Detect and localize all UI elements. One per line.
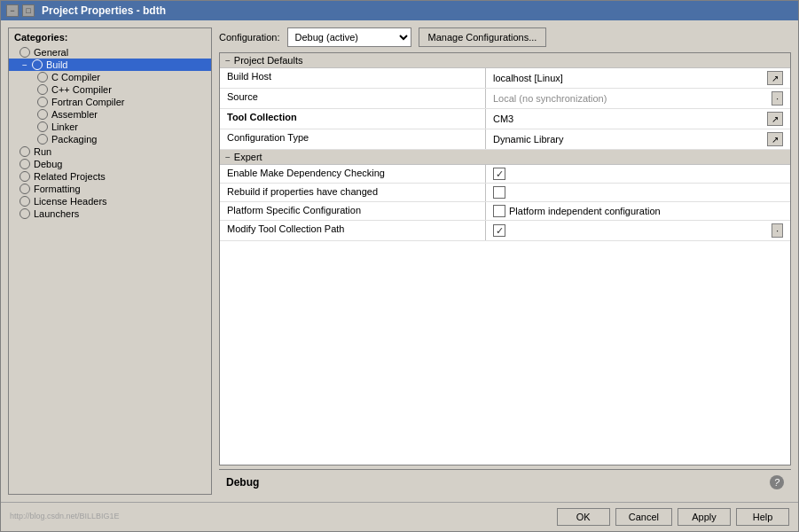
- maximize-icon[interactable]: □: [22, 4, 35, 17]
- prop-name-modify-tool: Modify Tool Collection Path: [220, 221, 486, 240]
- sidebar-item-fortran-compiler[interactable]: Fortran Compiler: [9, 96, 211, 108]
- cancel-button[interactable]: Cancel: [615, 508, 672, 526]
- sidebar-item-label: C++ Compiler: [51, 84, 112, 95]
- config-select[interactable]: Debug (active) Release: [287, 27, 411, 47]
- sidebar-item-label: Debug: [34, 159, 62, 169]
- sidebar-item-cpp-compiler[interactable]: C++ Compiler: [9, 83, 211, 96]
- sidebar-item-label: Formatting: [34, 184, 81, 194]
- sidebar-item-linker[interactable]: Linker: [9, 121, 211, 133]
- prop-name-rebuild: Rebuild if properties have changed: [220, 184, 486, 201]
- window-title: Project Properties - bdth: [42, 4, 793, 17]
- main-window: − □ Project Properties - bdth Categories…: [0, 0, 799, 532]
- bullet-launchers: [20, 208, 30, 219]
- table-row: Build Host localhost [Linux] ↗: [220, 68, 790, 89]
- sidebar-item-label: Linker: [51, 121, 78, 132]
- bullet-build: [32, 59, 43, 70]
- bullet-c-compiler: [37, 72, 48, 82]
- bullet-linker: [37, 121, 48, 132]
- sidebar-item-build[interactable]: − Build: [9, 59, 211, 71]
- sidebar-item-general[interactable]: General: [9, 46, 211, 59]
- edit-build-host-button[interactable]: ↗: [767, 71, 783, 85]
- bullet-license-headers: [20, 196, 30, 207]
- bullet-fortran-compiler: [37, 97, 48, 107]
- sidebar-item-assembler[interactable]: Assembler: [9, 108, 211, 121]
- prop-value-source: Local (no synchronization) ·: [486, 89, 790, 108]
- table-row: Configuration Type Dynamic Library ↗: [220, 129, 790, 150]
- sidebar-item-related-projects[interactable]: Related Projects: [9, 170, 211, 183]
- sidebar-item-label: Launchers: [34, 208, 79, 219]
- sidebar-item-label: Assembler: [51, 109, 98, 120]
- help-button[interactable]: Help: [736, 508, 789, 526]
- sidebar-item-debug[interactable]: Debug: [9, 158, 211, 170]
- edit-tool-collection-button[interactable]: ↗: [767, 112, 783, 126]
- prop-name-platform-specific: Platform Specific Configuration: [220, 202, 486, 220]
- watermark-text: http://blog.csdn.net/BILLBIG1E: [10, 512, 120, 522]
- edit-modify-tool-button[interactable]: ·: [772, 223, 783, 238]
- properties-panel: − Project Defaults Build Host localhost …: [219, 52, 791, 466]
- prop-name-tool-collection: Tool Collection: [220, 109, 486, 129]
- edit-source-button[interactable]: ·: [772, 91, 783, 106]
- title-bar: − □ Project Properties - bdth: [1, 1, 798, 20]
- prop-value-config-type: Dynamic Library ↗: [486, 129, 790, 149]
- table-row: Tool Collection CM3 ↗: [220, 109, 790, 129]
- prop-value-make-dep: [486, 165, 790, 183]
- expert-section-header: − Expert: [220, 150, 790, 165]
- sidebar-item-run[interactable]: Run: [9, 145, 211, 158]
- sidebar-item-launchers[interactable]: Launchers: [9, 207, 211, 220]
- prop-name-source: Source: [220, 89, 486, 108]
- sidebar-item-label: License Headers: [34, 196, 107, 207]
- checkbox-rebuild[interactable]: [493, 186, 505, 199]
- config-label: Configuration:: [219, 32, 280, 43]
- checkbox-make-dep[interactable]: [493, 168, 505, 180]
- table-row: Modify Tool Collection Path ·: [220, 221, 790, 241]
- prop-name-build-host: Build Host: [220, 68, 486, 88]
- sidebar-item-packaging[interactable]: Packaging: [9, 133, 211, 145]
- bullet-related-projects: [20, 171, 30, 182]
- sidebar-item-label: Fortran Compiler: [51, 97, 125, 107]
- sidebar: Categories: General − Build C Compiler: [8, 27, 212, 495]
- footer-bar: http://blog.csdn.net/BILLBIG1E OK Cancel…: [1, 502, 798, 531]
- table-row: Rebuild if properties have changed: [220, 184, 790, 202]
- prop-value-modify-tool: ·: [486, 221, 790, 240]
- bullet-packaging: [37, 134, 48, 145]
- project-defaults-toggle[interactable]: −: [225, 56, 231, 66]
- bullet-assembler: [37, 109, 48, 120]
- expand-build-icon: −: [20, 60, 30, 70]
- prop-value-platform-specific: Platform independent configuration: [486, 202, 790, 220]
- title-bar-icons: − □: [6, 4, 35, 17]
- sidebar-header: Categories:: [9, 28, 211, 46]
- main-area: Categories: General − Build C Compiler: [1, 20, 798, 502]
- bullet-run: [20, 146, 30, 157]
- bullet-debug: [20, 159, 30, 169]
- right-panel: Configuration: Debug (active) Release Ma…: [219, 27, 791, 495]
- bullet-formatting: [20, 184, 30, 194]
- sidebar-item-c-compiler[interactable]: C Compiler: [9, 71, 211, 83]
- sidebar-item-formatting[interactable]: Formatting: [9, 183, 211, 195]
- ok-button[interactable]: OK: [557, 508, 610, 526]
- expert-toggle[interactable]: −: [225, 153, 231, 162]
- bullet-cpp-compiler: [37, 84, 48, 95]
- debug-label: Debug: [226, 476, 259, 489]
- manage-configurations-button[interactable]: Manage Configurations...: [419, 27, 547, 47]
- edit-config-type-button[interactable]: ↗: [767, 132, 783, 146]
- window-content: Categories: General − Build C Compiler: [1, 20, 798, 531]
- checkbox-modify-tool[interactable]: [493, 224, 505, 237]
- sidebar-item-license-headers[interactable]: License Headers: [9, 195, 211, 207]
- prop-value-rebuild: [486, 184, 790, 201]
- sidebar-item-label: General: [34, 47, 68, 58]
- prop-name-config-type: Configuration Type: [220, 129, 486, 149]
- table-row: Platform Specific Configuration Platform…: [220, 202, 790, 221]
- apply-button[interactable]: Apply: [678, 508, 731, 526]
- checkbox-platform-specific[interactable]: [493, 205, 505, 217]
- bullet-general: [20, 47, 30, 58]
- sidebar-item-label: Related Projects: [34, 171, 106, 182]
- sidebar-item-label: Run: [34, 146, 51, 157]
- project-defaults-section-header: − Project Defaults: [220, 53, 790, 68]
- debug-section: Debug ?: [219, 469, 791, 495]
- table-row: Enable Make Dependency Checking: [220, 165, 790, 184]
- minimize-icon[interactable]: −: [6, 4, 19, 17]
- sidebar-item-label: Packaging: [51, 134, 97, 145]
- sidebar-item-label: C Compiler: [51, 72, 100, 82]
- help-circle-icon[interactable]: ?: [770, 475, 784, 489]
- project-defaults-title: Project Defaults: [234, 55, 303, 66]
